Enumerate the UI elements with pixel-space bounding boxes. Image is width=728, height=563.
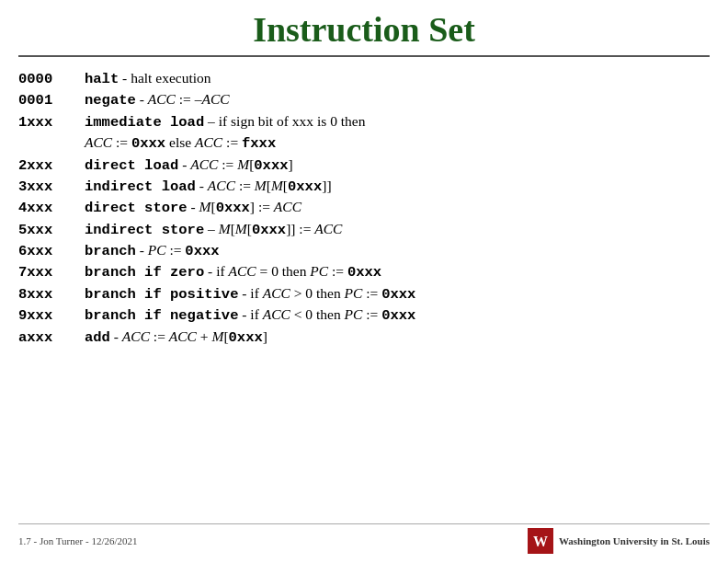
mono-text: 0xxx: [381, 307, 415, 324]
mono-text: 0xxx: [131, 135, 165, 152]
normal-text: ] :=: [250, 199, 274, 214]
normal-text: - if: [238, 306, 262, 322]
normal-text: –: [204, 221, 219, 236]
description: immediate load – if sign bit of xxx is 0…: [85, 111, 710, 132]
italic-text: M: [235, 221, 247, 236]
normal-text: ]]: [322, 178, 331, 193]
description: direct store - M[0xxx] := ACC: [85, 197, 710, 218]
opcode: 2xxx: [18, 156, 85, 176]
description: negate - ACC := –ACC: [85, 89, 710, 110]
mono-text: 0xxx: [229, 329, 263, 346]
normal-text: :=: [362, 285, 381, 301]
normal-text: :=: [112, 134, 131, 150]
italic-text: ACC: [148, 91, 176, 107]
table-row: 6xxxbranch - PC := 0xxx: [18, 240, 710, 261]
normal-text: -: [196, 178, 208, 193]
mono-text: 0xxx: [216, 200, 250, 216]
normal-text: :=: [222, 134, 242, 150]
italic-text: ACC: [208, 178, 235, 193]
normal-text: - if: [238, 285, 262, 301]
mono-text: immediate load: [85, 114, 204, 131]
normal-text: - if: [204, 263, 228, 279]
table-row: 5xxxindirect store – M[M[0xxx]] := ACC: [18, 219, 710, 240]
opcode: 0000: [18, 70, 85, 89]
footer-logo-area: W Washington University in St. Louis: [528, 528, 710, 554]
normal-text: -: [110, 328, 122, 344]
italic-text: PC: [345, 285, 363, 301]
description: add - ACC := ACC + M[0xxx]: [85, 327, 710, 348]
opcode: 6xxx: [18, 242, 85, 261]
table-row: 7xxxbranch if zero - if ACC = 0 then PC …: [18, 261, 710, 282]
italic-text: ACC: [122, 328, 150, 344]
normal-text: -: [178, 156, 190, 172]
normal-text: - halt execution: [119, 70, 210, 86]
italic-text: M: [255, 178, 267, 193]
italic-text: ACC: [263, 306, 290, 322]
mono-text: direct load: [85, 157, 178, 174]
mono-text: 0xxx: [381, 286, 415, 303]
opcode: 7xxx: [18, 263, 85, 282]
italic-text: PC: [310, 263, 328, 279]
italic-text: M: [199, 199, 211, 214]
description: branch - PC := 0xxx: [85, 240, 710, 261]
mono-text: 0xxx: [347, 264, 381, 281]
table-row: 8xxxbranch if positive - if ACC > 0 then…: [18, 283, 710, 304]
italic-text: PC: [148, 242, 166, 258]
opcode: axxx: [18, 328, 85, 348]
opcode: 1xxx: [18, 113, 85, 132]
normal-text: -: [188, 199, 199, 214]
mono-text: direct store: [85, 200, 188, 216]
mono-text: indirect store: [85, 222, 204, 238]
normal-text: ]] :=: [286, 221, 314, 236]
page-title: Instruction Set: [18, 9, 710, 57]
normal-text: +: [197, 328, 212, 344]
instruction-table: 0000halt - halt execution0001negate - AC…: [18, 68, 710, 523]
description: branch if positive - if ACC > 0 then PC …: [85, 283, 710, 304]
table-row: axxxadd - ACC := ACC + M[0xxx]: [18, 327, 710, 348]
footer-left: 1.7 - Jon Turner - 12/26/2021: [18, 535, 138, 546]
description: halt - halt execution: [85, 68, 710, 89]
mono-text: negate: [85, 92, 136, 109]
normal-text: ]: [289, 156, 293, 172]
table-row: 0000halt - halt execution: [18, 68, 710, 89]
table-row: 2xxxdirect load - ACC := M[0xxx]: [18, 155, 710, 176]
opcode: 8xxx: [18, 285, 85, 304]
normal-text: ]: [263, 328, 267, 344]
mono-text: indirect load: [85, 178, 196, 195]
normal-text: :=: [362, 306, 381, 322]
continuation-row: ACC := 0xxx else ACC := fxxx: [18, 132, 710, 154]
svg-text:W: W: [533, 534, 548, 549]
mono-text: fxxx: [242, 135, 276, 152]
opcode: 4xxx: [18, 199, 85, 218]
page-container: Instruction Set 0000halt - halt executio…: [0, 0, 728, 563]
italic-text: ACC: [263, 285, 290, 301]
table-row: 3xxxindirect load - ACC := M[M[0xxx]]: [18, 176, 710, 197]
normal-text: < 0 then: [290, 306, 345, 322]
wustl-logo-icon: W: [528, 528, 553, 554]
mono-text: 0xxx: [254, 157, 288, 174]
description: indirect load - ACC := M[M[0xxx]]: [85, 176, 710, 197]
italic-text: ACC: [190, 156, 218, 172]
normal-text: :=: [235, 178, 255, 193]
table-row: 0001negate - ACC := –ACC: [18, 89, 710, 110]
normal-text: = 0 then: [256, 263, 311, 279]
italic-text: ACC: [169, 328, 197, 344]
opcode: 3xxx: [18, 178, 85, 197]
mono-text: 0xxx: [288, 178, 322, 195]
mono-text: branch if zero: [85, 264, 204, 281]
italic-text: PC: [345, 306, 363, 322]
table-row: 4xxxdirect store - M[0xxx] := ACC: [18, 197, 710, 218]
table-row: 1xxximmediate load – if sign bit of xxx …: [18, 111, 710, 132]
opcode: 5xxx: [18, 221, 85, 240]
italic-text: M: [237, 156, 249, 172]
italic-text: ACC: [201, 91, 229, 107]
normal-text: > 0 then: [290, 285, 345, 301]
italic-text: ACC: [314, 221, 342, 236]
normal-text: – if sign bit of xxx is 0 then: [204, 113, 365, 129]
opcode: 9xxx: [18, 306, 85, 326]
description: indirect store – M[M[0xxx]] := ACC: [85, 219, 710, 240]
normal-text: :=: [150, 328, 169, 344]
mono-text: branch: [85, 243, 136, 259]
normal-text: :=: [166, 242, 186, 258]
normal-text: :=: [218, 156, 237, 172]
